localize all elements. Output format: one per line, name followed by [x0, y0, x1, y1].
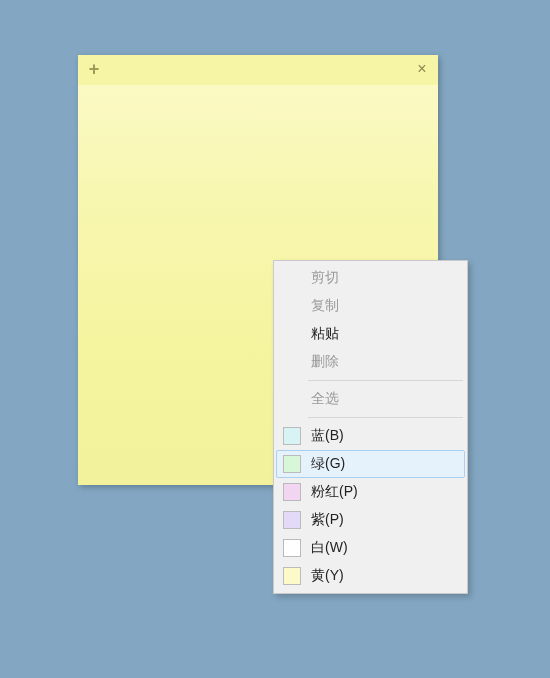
color-swatch-icon: [283, 427, 301, 445]
context-menu-color-item[interactable]: 绿(G): [276, 450, 465, 478]
color-swatch-icon: [283, 539, 301, 557]
context-menu-item-label: 剪切: [311, 269, 339, 287]
context-menu-item-label: 蓝(B): [311, 427, 344, 445]
context-menu-select-all: 全选: [276, 385, 465, 413]
context-menu-color-item[interactable]: 蓝(B): [276, 422, 465, 450]
color-swatch-icon: [283, 483, 301, 501]
context-menu-edit-item: 删除: [276, 348, 465, 376]
context-menu-item-label: 黄(Y): [311, 567, 344, 585]
context-menu-item-label: 紫(P): [311, 511, 344, 529]
color-swatch-icon: [283, 455, 301, 473]
color-swatch-icon: [283, 567, 301, 585]
context-menu-item-label: 复制: [311, 297, 339, 315]
context-menu-item-label: 全选: [311, 390, 339, 408]
context-menu-edit-item: 复制: [276, 292, 465, 320]
close-note-button[interactable]: ×: [412, 59, 432, 79]
context-menu: 剪切复制粘贴删除全选蓝(B)绿(G)粉红(P)紫(P)白(W)黄(Y): [273, 260, 468, 594]
context-menu-separator: [308, 380, 463, 381]
context-menu-color-item[interactable]: 白(W): [276, 534, 465, 562]
color-swatch-icon: [283, 511, 301, 529]
desktop-background: + × 剪切复制粘贴删除全选蓝(B)绿(G)粉红(P)紫(P)白(W)黄(Y): [0, 0, 550, 678]
sticky-note-header[interactable]: + ×: [78, 55, 438, 85]
context-menu-edit-item[interactable]: 粘贴: [276, 320, 465, 348]
context-menu-item-label: 删除: [311, 353, 339, 371]
context-menu-item-label: 白(W): [311, 539, 348, 557]
context-menu-item-label: 粘贴: [311, 325, 339, 343]
context-menu-item-label: 粉红(P): [311, 483, 358, 501]
context-menu-color-item[interactable]: 紫(P): [276, 506, 465, 534]
add-note-button[interactable]: +: [84, 59, 104, 79]
context-menu-edit-item: 剪切: [276, 264, 465, 292]
context-menu-color-item[interactable]: 粉红(P): [276, 478, 465, 506]
context-menu-item-label: 绿(G): [311, 455, 345, 473]
context-menu-color-item[interactable]: 黄(Y): [276, 562, 465, 590]
context-menu-separator: [308, 417, 463, 418]
